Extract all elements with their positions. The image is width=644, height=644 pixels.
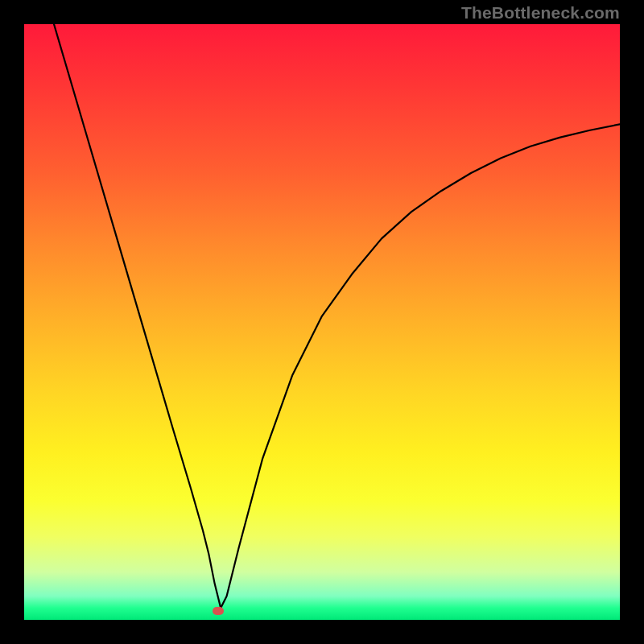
- curve-svg: [24, 24, 620, 620]
- bottleneck-curve: [54, 24, 620, 608]
- chart-container: TheBottleneck.com: [0, 0, 644, 644]
- min-marker: [213, 607, 224, 615]
- watermark-text: TheBottleneck.com: [461, 3, 620, 23]
- plot-area: [24, 24, 620, 620]
